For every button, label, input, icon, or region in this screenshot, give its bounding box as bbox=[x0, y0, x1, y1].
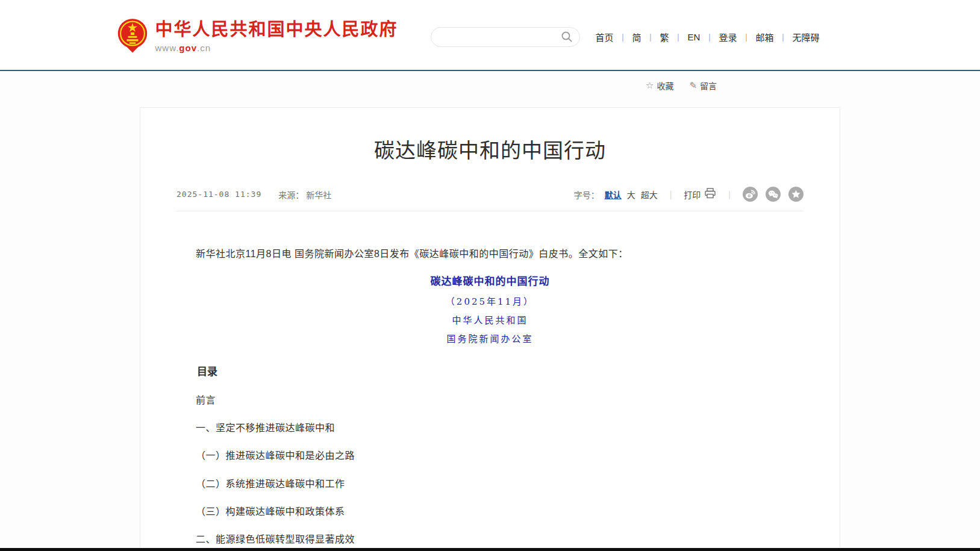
nav-login[interactable]: 登录 bbox=[713, 31, 742, 43]
search-box bbox=[431, 27, 580, 47]
search-icon[interactable] bbox=[560, 30, 573, 43]
divider-pipe: | bbox=[728, 190, 731, 199]
article-actions-row: ☆ 收藏 ✎ 留言 bbox=[140, 71, 840, 92]
national-emblem-logo bbox=[117, 18, 148, 55]
site-title: 中华人民共和国中央人民政府 bbox=[155, 20, 398, 40]
toc-item: 二、能源绿色低碳转型取得显著成效 bbox=[176, 534, 804, 545]
top-nav: 首页｜ 简｜ 繁｜ EN｜ 登录｜ 邮箱｜ 无障碍 bbox=[590, 31, 825, 43]
toc-item: 一、坚定不移推进碳达峰碳中和 bbox=[176, 422, 804, 434]
nav-separator: ｜ bbox=[779, 31, 787, 43]
toc-heading: 目录 bbox=[176, 366, 804, 378]
wechat-share-icon[interactable] bbox=[766, 187, 781, 202]
toc-item: （二）系统推进碳达峰碳中和工作 bbox=[176, 478, 804, 490]
viewport-bottom-bar bbox=[0, 548, 980, 551]
comment-label: 留言 bbox=[700, 79, 717, 92]
font-size-default-button[interactable]: 默认 bbox=[605, 188, 622, 201]
article-meta-row: 2025-11-08 11:39 来源： 新华社 字号： 默认 大 超大 | 打… bbox=[176, 187, 804, 211]
font-size-large-button[interactable]: 大 bbox=[627, 188, 635, 201]
site-identity: 中华人民共和国中央人民政府 www.gov.cn bbox=[155, 20, 398, 53]
lead-paragraph: 新华社北京11月8日电 国务院新闻办公室8日发布《碳达峰碳中和的中国行动》白皮书… bbox=[176, 248, 804, 260]
nav-separator: ｜ bbox=[619, 31, 626, 43]
share-icons-group bbox=[743, 187, 804, 202]
star-outline-icon: ☆ bbox=[646, 80, 654, 91]
publish-date: 2025-11-08 11:39 bbox=[176, 190, 261, 199]
favorite-button[interactable]: ☆ 收藏 bbox=[646, 79, 673, 92]
site-url-prefix: www. bbox=[155, 43, 179, 53]
font-size-xlarge-button[interactable]: 超大 bbox=[641, 188, 658, 201]
toc-item: （一）推进碳达峰碳中和是必由之路 bbox=[176, 450, 804, 461]
document-title: 碳达峰碳中和的中国行动 bbox=[176, 276, 804, 288]
pencil-icon: ✎ bbox=[689, 80, 697, 91]
favorite-label: 收藏 bbox=[657, 79, 673, 92]
divider-pipe: | bbox=[670, 190, 672, 199]
document-heading-block: 碳达峰碳中和的中国行动 （2025年11月） 中华人民共和国 国务院新闻办公室 bbox=[176, 276, 804, 344]
site-url: www.gov.cn bbox=[155, 43, 398, 53]
nav-separator: ｜ bbox=[742, 31, 750, 43]
article-body: 新华社北京11月8日电 国务院新闻办公室8日发布《碳达峰碳中和的中国行动》白皮书… bbox=[176, 248, 804, 551]
print-label: 打印 bbox=[684, 188, 701, 201]
nav-mail[interactable]: 邮箱 bbox=[750, 31, 779, 43]
nav-home[interactable]: 首页 bbox=[590, 31, 619, 43]
weibo-share-icon[interactable] bbox=[743, 187, 758, 202]
document-date: （2025年11月） bbox=[176, 296, 804, 307]
toc-item: （三）构建碳达峰碳中和政策体系 bbox=[176, 506, 804, 517]
nav-accessibility[interactable]: 无障碍 bbox=[787, 31, 825, 43]
nav-english[interactable]: EN bbox=[682, 32, 706, 42]
print-button[interactable]: 打印 bbox=[684, 188, 716, 201]
font-size-label: 字号： bbox=[574, 188, 599, 201]
article-card: 碳达峰碳中和的中国行动 2025-11-08 11:39 来源： 新华社 字号：… bbox=[140, 107, 840, 551]
source-label: 来源： bbox=[278, 188, 304, 201]
nav-separator: ｜ bbox=[647, 31, 655, 43]
document-author-line1: 中华人民共和国 bbox=[176, 315, 804, 326]
site-url-gov: gov bbox=[179, 43, 197, 53]
nav-traditional[interactable]: 繁 bbox=[655, 31, 675, 43]
toc-item: 前言 bbox=[176, 394, 804, 406]
page-title: 碳达峰碳中和的中国行动 bbox=[140, 134, 840, 164]
nav-separator: ｜ bbox=[675, 31, 682, 43]
source-value: 新华社 bbox=[306, 188, 331, 201]
printer-icon bbox=[704, 188, 716, 201]
document-author-line2: 国务院新闻办公室 bbox=[176, 334, 804, 344]
nav-simplified[interactable]: 简 bbox=[627, 31, 647, 43]
nav-separator: ｜ bbox=[705, 31, 713, 43]
favorite-share-icon[interactable] bbox=[788, 187, 804, 202]
site-url-suffix: .cn bbox=[197, 43, 211, 53]
site-header: 中华人民共和国中央人民政府 www.gov.cn 首页｜ 简｜ 繁｜ EN｜ 登… bbox=[0, 0, 980, 71]
search-input[interactable] bbox=[441, 32, 560, 42]
comment-button[interactable]: ✎ 留言 bbox=[689, 79, 717, 92]
